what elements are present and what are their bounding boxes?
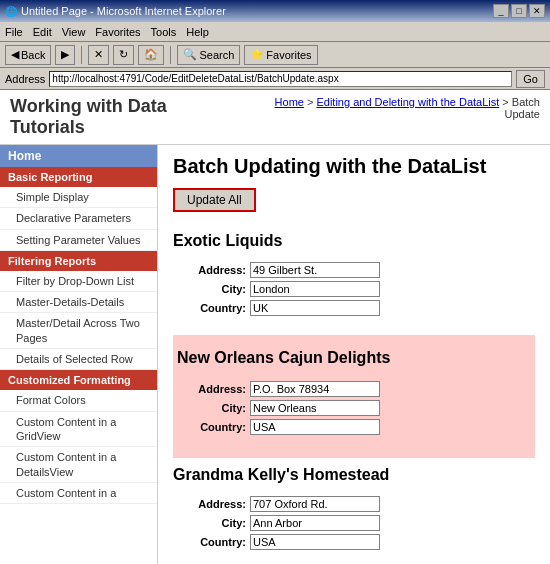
menu-favorites[interactable]: Favorites <box>95 26 140 38</box>
back-button[interactable]: ◀ Back <box>5 45 51 65</box>
refresh-button[interactable]: ↻ <box>113 45 134 65</box>
title-bar: 🌐 Untitled Page - Microsoft Internet Exp… <box>0 0 550 22</box>
site-title: Working with Data Tutorials <box>10 96 242 138</box>
company-0-country-row: Country: <box>181 300 527 316</box>
city-label-2: City: <box>181 517 246 529</box>
company-2-address-input[interactable] <box>250 496 380 512</box>
company-1-address-input[interactable] <box>250 381 380 397</box>
country-label-1: Country: <box>181 421 246 433</box>
address-input[interactable] <box>49 71 512 87</box>
address-label-1: Address: <box>181 383 246 395</box>
company-1-block: New Orleans Cajun Delights Address: City… <box>173 335 535 458</box>
sidebar-item-setting-parameter-values[interactable]: Setting Parameter Values <box>0 230 157 251</box>
sidebar-item-filter-dropdown[interactable]: Filter by Drop-Down List <box>0 271 157 292</box>
sidebar-item-details-selected-row[interactable]: Details of Selected Row <box>0 349 157 370</box>
site-banner: Working with Data Tutorials Home > Editi… <box>0 90 550 145</box>
update-all-button[interactable]: Update All <box>173 188 256 212</box>
search-button[interactable]: 🔍 Search <box>177 45 240 65</box>
company-2-city-input[interactable] <box>250 515 380 531</box>
company-1-address-row: Address: <box>181 381 527 397</box>
go-button[interactable]: Go <box>516 70 545 88</box>
ie-icon: 🌐 <box>5 6 17 17</box>
sidebar-section-filtering-reports[interactable]: Filtering Reports <box>0 251 157 271</box>
sidebar-item-master-details[interactable]: Master-Details-Details <box>0 292 157 313</box>
company-2-city-row: City: <box>181 515 527 531</box>
menu-bar: File Edit View Favorites Tools Help <box>0 22 550 42</box>
city-label-0: City: <box>181 283 246 295</box>
minimize-button[interactable]: _ <box>493 4 509 18</box>
breadcrumb: Home > Editing and Deleting with the Dat… <box>242 96 540 120</box>
favorites-button[interactable]: ⭐ Favorites <box>244 45 317 65</box>
toolbar-separator-2 <box>170 46 171 64</box>
sidebar-item-master-detail-two-pages[interactable]: Master/Detail Across Two Pages <box>0 313 157 349</box>
menu-tools[interactable]: Tools <box>151 26 177 38</box>
current-page: Batch Update <box>505 96 540 120</box>
title-bar-left: 🌐 Untitled Page - Microsoft Internet Exp… <box>5 5 226 17</box>
content-area: Batch Updating with the DataList Update … <box>158 145 550 564</box>
window-title: Untitled Page - Microsoft Internet Explo… <box>21 5 226 17</box>
company-0-address-input[interactable] <box>250 262 380 278</box>
sidebar-item-simple-display[interactable]: Simple Display <box>0 187 157 208</box>
company-1-name: New Orleans Cajun Delights <box>173 347 535 369</box>
page-title: Batch Updating with the DataList <box>173 155 535 178</box>
company-1-country-input[interactable] <box>250 419 380 435</box>
company-0-block: Exotic Liquids Address: City: Country: <box>173 232 535 325</box>
address-label: Address <box>5 73 45 85</box>
company-1-fields: Address: City: Country: <box>173 375 535 444</box>
company-1-country-row: Country: <box>181 419 527 435</box>
country-label-0: Country: <box>181 302 246 314</box>
address-label-0: Address: <box>181 264 246 276</box>
main-container: Home Basic Reporting Simple Display Decl… <box>0 145 550 564</box>
home-button[interactable]: 🏠 <box>138 45 164 65</box>
parent-link[interactable]: Editing and Deleting with the DataList <box>316 96 499 108</box>
company-0-name: Exotic Liquids <box>173 232 535 250</box>
company-2-fields: Address: City: Country: <box>173 490 535 559</box>
address-label-2: Address: <box>181 498 246 510</box>
company-0-address-row: Address: <box>181 262 527 278</box>
sidebar-item-custom-content-other[interactable]: Custom Content in a <box>0 483 157 504</box>
home-link[interactable]: Home <box>275 96 304 108</box>
company-0-fields: Address: City: Country: <box>173 256 535 325</box>
sidebar-home[interactable]: Home <box>0 145 157 167</box>
menu-view[interactable]: View <box>62 26 86 38</box>
company-2-address-row: Address: <box>181 496 527 512</box>
company-2-name: Grandma Kelly's Homestead <box>173 466 535 484</box>
sidebar-item-declarative-parameters[interactable]: Declarative Parameters <box>0 208 157 229</box>
company-2-country-row: Country: <box>181 534 527 550</box>
sidebar-item-format-colors[interactable]: Format Colors <box>0 390 157 411</box>
sidebar-section-basic-reporting[interactable]: Basic Reporting <box>0 167 157 187</box>
toolbar-separator <box>81 46 82 64</box>
stop-button[interactable]: ✕ <box>88 45 109 65</box>
close-button[interactable]: ✕ <box>529 4 545 18</box>
menu-file[interactable]: File <box>5 26 23 38</box>
company-0-city-input[interactable] <box>250 281 380 297</box>
company-1-city-row: City: <box>181 400 527 416</box>
company-2-block: Grandma Kelly's Homestead Address: City:… <box>173 466 535 559</box>
menu-edit[interactable]: Edit <box>33 26 52 38</box>
country-label-2: Country: <box>181 536 246 548</box>
sidebar-section-customized-formatting[interactable]: Customized Formatting <box>0 370 157 390</box>
title-bar-controls[interactable]: _ □ ✕ <box>493 4 545 18</box>
sidebar: Home Basic Reporting Simple Display Decl… <box>0 145 158 564</box>
company-2-country-input[interactable] <box>250 534 380 550</box>
menu-help[interactable]: Help <box>186 26 209 38</box>
company-0-city-row: City: <box>181 281 527 297</box>
company-0-country-input[interactable] <box>250 300 380 316</box>
address-bar: Address Go <box>0 68 550 90</box>
sidebar-item-custom-content-gridview[interactable]: Custom Content in a GridView <box>0 412 157 448</box>
sidebar-item-custom-content-detailsview[interactable]: Custom Content in a DetailsView <box>0 447 157 483</box>
city-label-1: City: <box>181 402 246 414</box>
toolbar: ◀ Back ▶ ✕ ↻ 🏠 🔍 Search ⭐ Favorites <box>0 42 550 68</box>
forward-button[interactable]: ▶ <box>55 45 75 65</box>
maximize-button[interactable]: □ <box>511 4 527 18</box>
company-1-city-input[interactable] <box>250 400 380 416</box>
